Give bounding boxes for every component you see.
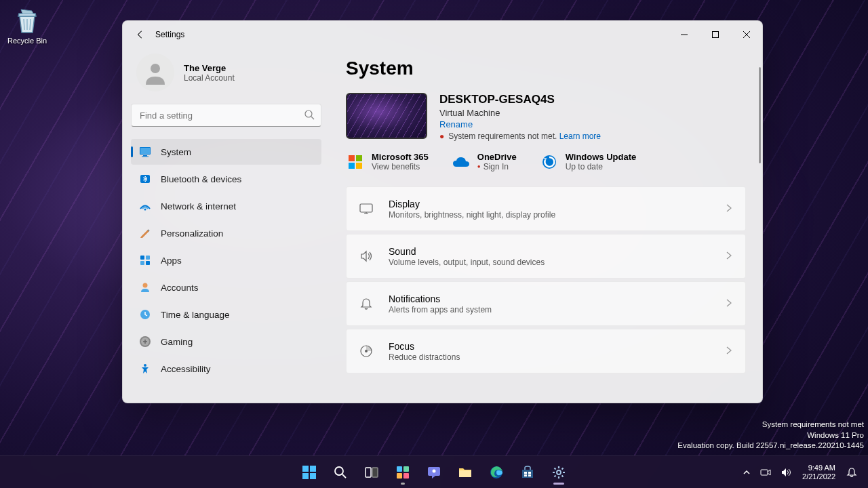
svg-rect-41 bbox=[528, 472, 531, 474]
nav-accessibility[interactable]: Accessibility bbox=[131, 356, 321, 382]
quick-onedrive[interactable]: OneDrive●Sign In bbox=[452, 152, 517, 171]
svg-rect-28 bbox=[302, 473, 309, 479]
taskbar-settings[interactable] bbox=[545, 459, 572, 486]
pc-name: DESKTOP-GESAQ4S bbox=[439, 93, 601, 106]
system-tray: 9:49 AM 2/21/2022 bbox=[738, 464, 868, 481]
svg-rect-27 bbox=[310, 466, 316, 472]
svg-rect-36 bbox=[403, 473, 409, 479]
card-display[interactable]: DisplayMonitors, brightness, night light… bbox=[346, 186, 746, 231]
chevron-right-icon bbox=[725, 250, 733, 262]
system-req-text: ●System requirements not met. Learn more bbox=[439, 131, 601, 141]
taskbar-widgets[interactable] bbox=[389, 459, 416, 486]
nav-label: Personalization bbox=[161, 228, 223, 239]
avatar bbox=[136, 54, 174, 92]
maximize-button[interactable] bbox=[700, 21, 731, 48]
profile-name: The Verge bbox=[184, 63, 235, 73]
recycle-bin[interactable]: Recycle Bin bbox=[7, 7, 47, 45]
display-icon bbox=[359, 202, 374, 216]
nav-time[interactable]: Time & language bbox=[131, 302, 321, 327]
profile-block[interactable]: The Verge Local Account bbox=[131, 48, 321, 104]
svg-rect-12 bbox=[146, 261, 150, 265]
svg-rect-18 bbox=[349, 155, 355, 161]
svg-rect-29 bbox=[310, 473, 316, 479]
nav-label: Network & internet bbox=[161, 201, 236, 211]
svg-rect-11 bbox=[140, 261, 144, 265]
search-box bbox=[131, 104, 321, 127]
profile-subtitle: Local Account bbox=[184, 73, 235, 83]
tray-clock[interactable]: 9:49 AM 2/21/2022 bbox=[797, 464, 841, 481]
quick-microsoft365[interactable]: Microsoft 365View benefits bbox=[346, 152, 429, 171]
personalization-icon bbox=[139, 227, 151, 239]
quick-winupdate[interactable]: Windows UpdateUp to date bbox=[540, 152, 637, 171]
quick-links: Microsoft 365View benefits OneDrive●Sign… bbox=[346, 152, 746, 171]
search-icon[interactable] bbox=[304, 109, 315, 123]
taskbar-explorer[interactable] bbox=[452, 459, 479, 486]
nav-gaming[interactable]: Gaming bbox=[131, 329, 321, 354]
svg-point-30 bbox=[335, 467, 343, 475]
rename-link[interactable]: Rename bbox=[439, 119, 473, 129]
nav-network[interactable]: Network & internet bbox=[131, 193, 321, 219]
onedrive-icon bbox=[452, 152, 471, 171]
card-focus[interactable]: FocusReduce distractions bbox=[346, 329, 746, 373]
learn-more-link[interactable]: Learn more bbox=[559, 131, 601, 141]
tray-volume[interactable] bbox=[776, 464, 795, 481]
svg-rect-19 bbox=[356, 155, 362, 161]
scrollbar-thumb[interactable] bbox=[759, 67, 761, 163]
svg-rect-33 bbox=[397, 466, 402, 472]
svg-rect-23 bbox=[360, 204, 372, 212]
settings-window: Settings The Verge Local Account bbox=[122, 20, 763, 403]
taskbar-edge[interactable] bbox=[483, 459, 510, 486]
titlebar[interactable]: Settings bbox=[123, 21, 762, 48]
taskbar-taskview[interactable] bbox=[358, 459, 385, 486]
pc-thumbnail[interactable] bbox=[346, 93, 427, 139]
recycle-bin-icon bbox=[13, 7, 41, 35]
nav-label: Gaming bbox=[161, 337, 193, 347]
chevron-right-icon bbox=[725, 345, 733, 357]
svg-point-38 bbox=[433, 469, 436, 472]
tray-notifications[interactable] bbox=[842, 464, 861, 481]
nav-accounts[interactable]: Accounts bbox=[131, 274, 321, 300]
nav-personalization[interactable]: Personalization bbox=[131, 220, 321, 246]
svg-rect-34 bbox=[403, 466, 409, 472]
start-button[interactable] bbox=[296, 459, 323, 486]
svg-rect-5 bbox=[143, 155, 147, 157]
svg-point-2 bbox=[305, 110, 312, 117]
card-notifications[interactable]: NotificationsAlerts from apps and system bbox=[346, 281, 746, 326]
nav-label: Apps bbox=[161, 256, 182, 266]
tray-meetnow[interactable] bbox=[756, 464, 775, 481]
recycle-bin-label: Recycle Bin bbox=[7, 37, 47, 45]
chevron-right-icon bbox=[725, 298, 733, 310]
taskbar-chat[interactable] bbox=[420, 459, 448, 486]
nav-label: System bbox=[161, 147, 191, 157]
nav-bluetooth[interactable]: Bluetooth & devices bbox=[131, 166, 321, 192]
svg-point-8 bbox=[144, 209, 146, 211]
ms365-icon bbox=[346, 152, 365, 171]
nav-system[interactable]: System bbox=[131, 139, 321, 165]
minimize-button[interactable] bbox=[669, 21, 700, 48]
taskbar-store[interactable] bbox=[514, 459, 541, 486]
apps-icon bbox=[139, 254, 151, 266]
search-input[interactable] bbox=[131, 104, 321, 127]
window-title: Settings bbox=[155, 30, 184, 39]
svg-point-1 bbox=[151, 64, 160, 73]
gaming-icon bbox=[139, 336, 151, 348]
svg-rect-21 bbox=[356, 163, 362, 169]
sidebar: The Verge Local Account System Bluetooth… bbox=[123, 48, 330, 403]
svg-rect-20 bbox=[349, 163, 355, 169]
main-content: System DESKTOP-GESAQ4S Virtual Machine R… bbox=[330, 48, 762, 403]
network-icon bbox=[139, 200, 151, 212]
tray-overflow[interactable] bbox=[738, 466, 755, 479]
pc-info-block: DESKTOP-GESAQ4S Virtual Machine Rename ●… bbox=[346, 93, 746, 141]
card-sound[interactable]: SoundVolume levels, output, input, sound… bbox=[346, 234, 746, 279]
nav-list: System Bluetooth & devices Network & int… bbox=[131, 139, 321, 382]
back-button[interactable] bbox=[128, 22, 153, 47]
page-title: System bbox=[346, 58, 746, 79]
close-button[interactable] bbox=[731, 21, 762, 48]
nav-apps[interactable]: Apps bbox=[131, 247, 321, 273]
taskbar-search[interactable] bbox=[327, 459, 354, 486]
system-icon bbox=[139, 146, 151, 158]
accounts-icon bbox=[139, 281, 151, 293]
svg-rect-40 bbox=[524, 472, 527, 474]
svg-rect-9 bbox=[140, 256, 144, 260]
desktop-watermark: System requirements not met Windows 11 P… bbox=[677, 420, 864, 451]
